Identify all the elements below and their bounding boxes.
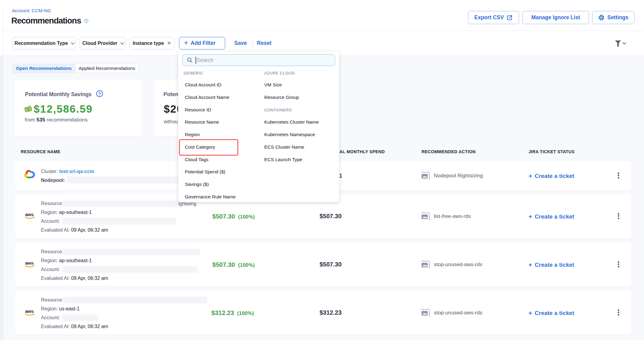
svg-text:aws: aws xyxy=(25,260,34,266)
svg-text:aws: aws xyxy=(25,212,34,217)
svg-text:aws: aws xyxy=(25,309,34,314)
